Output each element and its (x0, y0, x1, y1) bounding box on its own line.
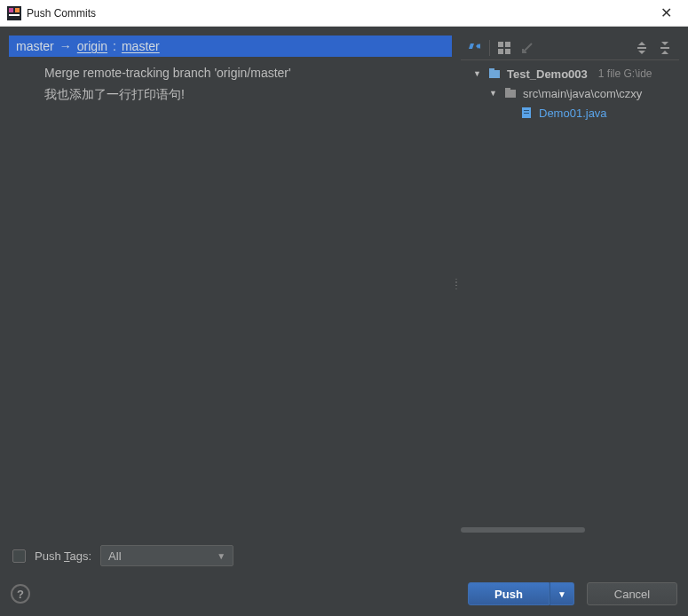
chevron-down-icon[interactable]: ▼ (473, 69, 482, 78)
chevron-down-icon[interactable]: ▼ (489, 89, 498, 98)
branch-mapping[interactable]: master → origin : master (9, 36, 452, 57)
scrollbar-thumb[interactable] (461, 527, 585, 533)
svg-rect-3 (9, 14, 20, 16)
titlebar: Push Commits ✕ (0, 0, 688, 27)
svg-rect-11 (505, 88, 510, 91)
toolbar-separator (489, 40, 490, 56)
svg-rect-9 (489, 68, 494, 71)
window-title: Push Commits (27, 7, 96, 20)
svg-rect-1 (9, 8, 13, 12)
panel-splitter[interactable]: ⋮⋮ (452, 36, 461, 533)
module-icon (487, 67, 502, 80)
chevron-down-icon: ▼ (217, 551, 225, 561)
push-tags-row: Push Tags: All ▼ (9, 533, 679, 568)
titlebar-left: Push Commits (7, 6, 96, 20)
svg-rect-4 (498, 42, 503, 47)
push-tags-selected: All (108, 549, 121, 563)
tree-root-meta: 1 file G:\ide (598, 67, 652, 80)
tree-file-label[interactable]: Demo01.java (539, 107, 607, 120)
svg-rect-13 (524, 110, 529, 111)
local-branch: master (16, 39, 54, 53)
commit-item[interactable]: Merge remote-tracking branch 'origin/mas… (39, 62, 452, 83)
files-toolbar (461, 36, 679, 60)
commits-panel: master → origin : master Merge remote-tr… (9, 36, 452, 533)
folder-icon (503, 87, 518, 99)
colon: : (113, 39, 116, 53)
svg-rect-5 (505, 42, 510, 47)
tree-root-label: Test_Demo003 (507, 67, 588, 81)
svg-rect-6 (498, 49, 503, 54)
svg-rect-8 (489, 70, 500, 78)
tree-folder-label: src\main\java\com\czxy (523, 87, 642, 100)
cancel-button[interactable]: Cancel (587, 582, 677, 605)
grip-icon: ⋮⋮ (452, 280, 461, 288)
app-icon (7, 6, 21, 20)
tree-folder[interactable]: ▼ src\main\java\com\czxy (461, 83, 679, 103)
remote-branch[interactable]: master (122, 39, 160, 53)
tree-root[interactable]: ▼ Test_Demo003 1 file G:\ide (461, 64, 679, 83)
push-dropdown-button[interactable]: ▼ (550, 582, 574, 605)
expand-all-icon[interactable] (631, 38, 652, 58)
commit-list[interactable]: Merge remote-tracking branch 'origin/mas… (9, 57, 452, 533)
java-file-icon (519, 107, 534, 119)
commit-item[interactable]: 我也添加了一行打印语句! (39, 83, 452, 105)
group-icon[interactable] (494, 38, 515, 58)
diff-icon[interactable] (464, 38, 486, 58)
dialog-footer: ? Push ▼ Cancel (9, 568, 679, 607)
push-tags-label[interactable]: Push Tags: (35, 549, 91, 563)
push-button-group: Push ▼ (468, 582, 574, 605)
remote-name[interactable]: origin (77, 39, 107, 53)
push-tags-select[interactable]: All ▼ (100, 545, 233, 566)
file-tree[interactable]: ▼ Test_Demo003 1 file G:\ide ▼ src\main\… (461, 60, 679, 527)
arrow-icon: → (59, 39, 72, 53)
svg-rect-10 (505, 90, 516, 98)
push-button[interactable]: Push (468, 582, 550, 605)
svg-rect-7 (505, 49, 510, 54)
push-tags-checkbox[interactable] (12, 549, 26, 563)
main-row: master → origin : master Merge remote-tr… (9, 36, 679, 533)
horizontal-scrollbar[interactable] (461, 527, 679, 533)
dialog-body: master → origin : master Merge remote-tr… (0, 27, 688, 616)
revert-icon[interactable] (517, 38, 538, 58)
tree-file[interactable]: Demo01.java (461, 103, 679, 122)
help-icon[interactable]: ? (11, 584, 30, 604)
svg-rect-2 (15, 8, 20, 12)
files-panel: ▼ Test_Demo003 1 file G:\ide ▼ src\main\… (461, 36, 679, 533)
collapse-all-icon[interactable] (654, 38, 676, 58)
close-icon[interactable]: ✕ (655, 4, 677, 21)
svg-rect-14 (524, 113, 529, 114)
